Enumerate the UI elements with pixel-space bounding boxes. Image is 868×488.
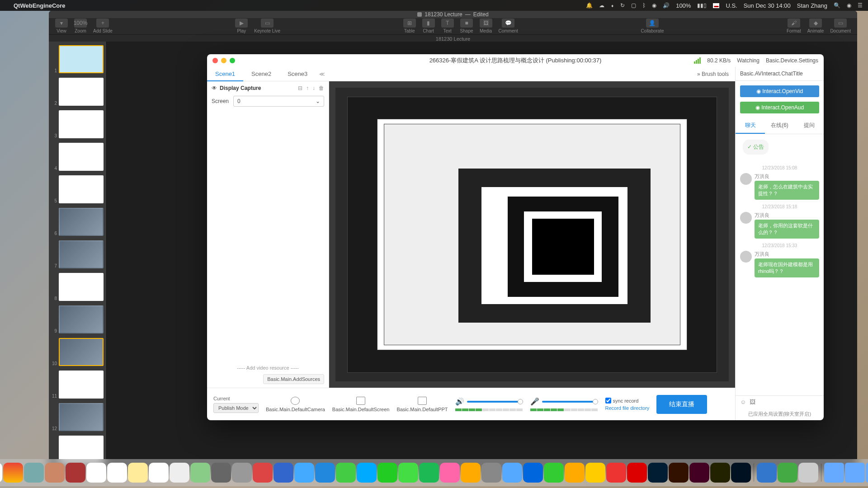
open-video-button[interactable]: ◉ Interact.OpenVid (740, 85, 819, 97)
dock-wechat1[interactable] (377, 463, 397, 483)
chat-tab-online[interactable]: 在线(6) (765, 118, 794, 134)
display-icon[interactable]: ▢ (631, 2, 636, 9)
avatar[interactable] (740, 212, 752, 224)
dock-textedit[interactable] (170, 463, 189, 483)
end-live-button[interactable]: 结束直播 (656, 395, 707, 414)
dock-indesign[interactable] (689, 463, 709, 483)
open-audio-button[interactable]: ◉ Interact.OpenAud (740, 102, 819, 113)
sync-record-checkbox[interactable] (605, 398, 611, 404)
menu-icon[interactable]: ☰ (858, 2, 863, 9)
dock-dictionary[interactable] (66, 463, 85, 483)
animate-tool[interactable]: ◆Animate (807, 19, 824, 33)
dropbox-icon[interactable]: ⬧ (611, 2, 614, 9)
default-ppt-button[interactable]: Basic.Main.DefaultPPT (396, 397, 448, 412)
device-settings-link[interactable]: Basic.Device.Settings (766, 57, 818, 64)
brush-tools-link[interactable]: » Brush tools (697, 71, 729, 77)
slide-thumb-9[interactable] (59, 305, 104, 333)
cloud-icon[interactable]: ☁ (599, 2, 604, 9)
dock-app7[interactable] (798, 463, 818, 483)
avatar[interactable] (740, 251, 752, 263)
comment-tool[interactable]: 💬Comment (499, 19, 518, 33)
dock-chrome[interactable] (3, 463, 23, 483)
avatar[interactable] (740, 173, 752, 185)
dock-app4[interactable] (606, 463, 626, 483)
battery-percent[interactable]: 100% (676, 2, 691, 9)
announcement-badge[interactable]: ✓ 公告 (743, 140, 769, 155)
dock-contacts[interactable] (45, 463, 65, 483)
move-up-icon[interactable]: ↑ (306, 85, 309, 91)
dock-spotify[interactable] (419, 463, 439, 483)
chat-tab-question[interactable]: 提问 (794, 118, 824, 134)
siri-icon[interactable]: ◉ (847, 2, 851, 9)
delete-icon[interactable]: 🗑 (319, 85, 324, 91)
maximize-button[interactable] (230, 58, 235, 63)
keynote-live-tool[interactable]: ▭Keynote Live (254, 19, 280, 33)
dock-app2[interactable] (274, 463, 293, 483)
battery-icon[interactable]: ▮▮▯ (697, 2, 707, 9)
dock-muse[interactable] (710, 463, 730, 483)
minimize-button[interactable] (221, 58, 226, 63)
speaker-volume[interactable]: 🔊 (455, 397, 523, 411)
dock-app5[interactable] (757, 463, 777, 483)
dock-quicktime[interactable] (211, 463, 231, 483)
view-tool[interactable]: ▾View (55, 19, 68, 33)
timemachine-icon[interactable]: ↻ (620, 2, 625, 9)
slide-thumb-1[interactable] (59, 45, 104, 73)
keynote-tab[interactable]: 181230 Lecture (49, 35, 857, 42)
dock-acrobat[interactable] (627, 463, 647, 483)
slide-thumb-12[interactable] (59, 403, 104, 431)
slide-thumb-4[interactable] (59, 143, 104, 171)
datetime[interactable]: Sun Dec 30 14:00 (744, 2, 791, 9)
scene-tab-2[interactable]: Scene2 (243, 67, 279, 81)
dock-keynote[interactable] (523, 463, 543, 483)
dock-mail[interactable] (502, 463, 522, 483)
move-down-icon[interactable]: ↓ (312, 85, 315, 91)
media-tool[interactable]: 🖼Media (480, 19, 492, 33)
record-directory-link[interactable]: Record file directory (605, 405, 650, 411)
slide-thumb-7[interactable] (59, 240, 104, 268)
collapse-scenes-icon[interactable]: ≪ (319, 71, 325, 77)
dock-messages[interactable] (336, 463, 356, 483)
watching-label[interactable]: Watching (737, 57, 760, 64)
text-tool[interactable]: TText (441, 19, 454, 33)
user-name[interactable]: Stan Zhang (797, 2, 827, 9)
document-tool[interactable]: ▭Document (830, 19, 851, 33)
dock-notes[interactable] (128, 463, 148, 483)
slide-thumb-11[interactable] (59, 371, 104, 399)
add-slide-tool[interactable]: +Add Slide (93, 19, 113, 33)
broadcast-titlebar[interactable]: 266326-寒假建筑A 设计思路梳理与概念设计 (Publishing:00:… (207, 54, 824, 67)
dock-app6[interactable] (778, 463, 797, 483)
play-tool[interactable]: ▶Play (235, 19, 248, 33)
app-name[interactable]: QtWebEngineCore (14, 2, 66, 9)
slide-thumb-3[interactable] (59, 110, 104, 138)
emoji-icon[interactable]: ☺ (740, 399, 746, 405)
chat-tab-chat[interactable]: 聊天 (736, 118, 765, 134)
dock-preview[interactable] (24, 463, 44, 483)
dock-photos[interactable] (86, 463, 106, 483)
wifi-icon[interactable]: ◉ (652, 2, 656, 9)
scene-tab-3[interactable]: Scene3 (279, 67, 316, 81)
dock-folder3[interactable] (866, 463, 868, 483)
table-tool[interactable]: ⊞Table (403, 19, 416, 33)
flag-icon[interactable]: ▬ (713, 3, 719, 8)
dock-sketch[interactable] (585, 463, 605, 483)
dock-reminders[interactable] (149, 463, 169, 483)
add-sources-button[interactable]: Basic.Main.AddSources (263, 374, 324, 384)
notification-icon[interactable]: 🔔 (586, 2, 593, 9)
dock-folder2[interactable] (845, 463, 865, 483)
format-tool[interactable]: 🖌Format (787, 19, 801, 33)
close-button[interactable] (212, 58, 218, 63)
input-locale[interactable]: U.S. (726, 2, 737, 9)
dock-ibooks[interactable] (461, 463, 481, 483)
volume-icon[interactable]: 🔊 (663, 2, 670, 9)
slide-navigator[interactable]: 1 2 3 4 5 6 7 8 9 10 11 12 13 (49, 42, 107, 472)
slide-thumb-5[interactable] (59, 175, 104, 203)
dock-safari[interactable] (0, 463, 2, 483)
slide-thumb-10[interactable] (59, 338, 104, 366)
scene-tab-1[interactable]: Scene1 (207, 67, 243, 81)
slide-thumb-2[interactable] (59, 78, 104, 106)
eye-icon[interactable]: 👁 (212, 85, 217, 91)
dock-photoshop[interactable] (648, 463, 668, 483)
shape-tool[interactable]: ■Shape (460, 19, 473, 33)
dock-skype[interactable] (357, 463, 377, 483)
